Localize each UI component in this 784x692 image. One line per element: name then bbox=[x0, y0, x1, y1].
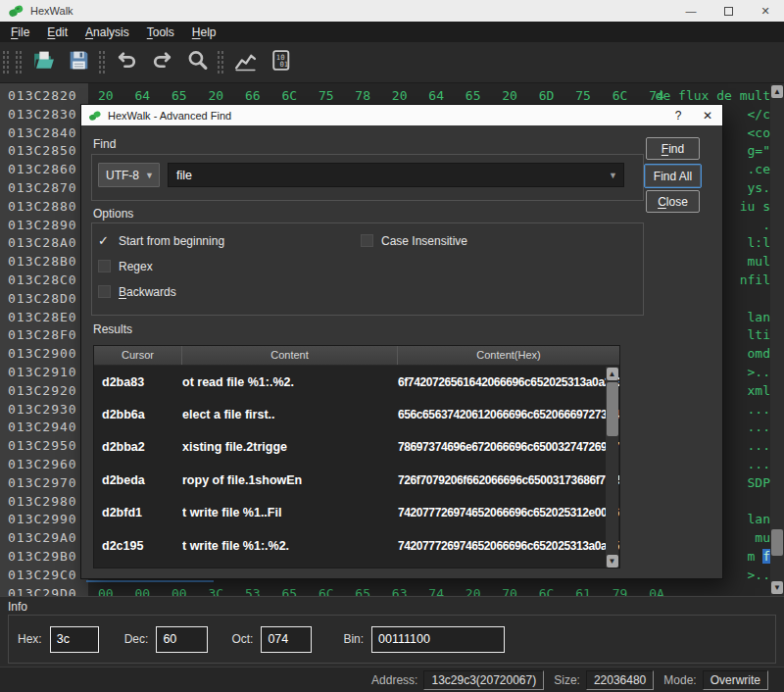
minimize-icon[interactable]: — bbox=[672, 0, 710, 22]
toolbar-grip[interactable] bbox=[98, 50, 105, 75]
hex-bytes-row: 00 00 00 3C 53 65 6C 65 63 74 20 70 6C 6… bbox=[98, 584, 664, 596]
encoding-value: UTF-8 bbox=[106, 169, 139, 182]
result-content-hex: 726f7079206f662066696c65003173686f77456e bbox=[398, 473, 619, 487]
result-row[interactable]: d2c195t write file %1:.%2.74207772697465… bbox=[94, 529, 619, 562]
checkbox-start-from-beginning[interactable]: ✓Start from beginning bbox=[98, 233, 224, 248]
dialog-titlebar[interactable]: HexWalk - Advanced Find ? ✕ bbox=[81, 105, 722, 125]
maximize-icon[interactable] bbox=[710, 0, 747, 22]
dialog-help-button[interactable]: ? bbox=[663, 105, 693, 125]
hex-address: 013C29D0 bbox=[8, 584, 77, 596]
search-button[interactable] bbox=[181, 47, 213, 78]
result-row[interactable]: d2bba2xisting file.2trigge78697374696e67… bbox=[94, 431, 619, 464]
checkbox-label: Case Insensitive bbox=[381, 234, 467, 248]
address-label: Address: bbox=[371, 673, 417, 687]
column-header-cursor[interactable]: Cursor bbox=[94, 346, 182, 365]
redo-button[interactable] bbox=[146, 47, 177, 78]
scroll-down-icon[interactable]: ▼ bbox=[771, 581, 783, 594]
open-folder-button[interactable] bbox=[27, 47, 59, 78]
info-field-label: Bin: bbox=[343, 632, 364, 646]
dialog-close-icon[interactable]: ✕ bbox=[693, 105, 722, 125]
hex-address: 013C2920 bbox=[8, 381, 77, 400]
checkbox-label: Backwards bbox=[119, 285, 176, 299]
result-content: t write file %1:.%2. bbox=[182, 539, 398, 553]
size-value: 22036480 bbox=[586, 670, 654, 690]
toolbar-grip[interactable] bbox=[217, 50, 223, 75]
info-field-input[interactable]: 00111100 bbox=[371, 626, 505, 653]
result-row[interactable]: d2ba83ot read file %1:.%2.6f742072656164… bbox=[94, 366, 619, 398]
size-label: Size: bbox=[554, 673, 580, 687]
save-button[interactable] bbox=[63, 47, 94, 78]
results-section-label: Results bbox=[93, 322, 132, 336]
scroll-down-icon[interactable]: ▼ bbox=[607, 555, 618, 568]
menu-item-file[interactable]: File bbox=[2, 24, 38, 41]
menu-item-tools[interactable]: Tools bbox=[138, 24, 183, 41]
result-cursor: d2bba2 bbox=[94, 440, 182, 454]
find-section-label: Find bbox=[93, 137, 116, 151]
result-row[interactable]: d2bb6aelect a file first..656c6563742061… bbox=[94, 398, 619, 430]
checkbox-backwards[interactable]: Backwards bbox=[98, 284, 176, 299]
hex-address: 013C2840 bbox=[8, 124, 77, 142]
info-field-hex: Hex:3c bbox=[18, 626, 99, 653]
undo-icon bbox=[115, 48, 139, 76]
open-folder-icon bbox=[31, 48, 56, 76]
menu-item-edit[interactable]: Edit bbox=[38, 24, 76, 41]
chevron-down-icon[interactable]: ▼ bbox=[609, 171, 617, 180]
hex-address: 013C2970 bbox=[8, 473, 77, 492]
result-content: ropy of file.1showEn bbox=[182, 473, 398, 487]
results-scrollbar[interactable]: ▲ ▼ bbox=[606, 367, 618, 568]
hex-address: 013C2820 bbox=[8, 86, 77, 105]
window-title: HexWalk bbox=[30, 5, 74, 17]
mode-label: Mode: bbox=[663, 673, 696, 687]
main-scrollbar-thumb[interactable] bbox=[771, 529, 783, 556]
result-cursor: d2ba83 bbox=[94, 375, 182, 389]
chevron-down-icon: ▼ bbox=[145, 171, 154, 180]
info-field-input[interactable]: 074 bbox=[261, 626, 312, 653]
mode-value: Overwrite bbox=[703, 670, 768, 690]
result-content-hex: 6f7420726561642066696c652025313a0a25322e bbox=[398, 375, 619, 389]
results-table: CursorContentContent(Hex) d2ba83ot read … bbox=[93, 345, 620, 568]
info-field-input[interactable]: 60 bbox=[156, 626, 208, 653]
hex-address: 013C2830 bbox=[8, 105, 77, 124]
chart-button[interactable] bbox=[229, 47, 261, 78]
main-scrollbar[interactable]: ▲ ▼ bbox=[770, 83, 784, 596]
info-panel: Info Hex:3cDec:60Oct:074Bin:00111100 bbox=[0, 596, 784, 667]
search-input[interactable]: file ▼ bbox=[168, 163, 624, 187]
hex-address: 013C28F0 bbox=[8, 325, 77, 344]
hex-address: 013C2990 bbox=[8, 510, 77, 528]
find-all-button[interactable]: Find All bbox=[644, 164, 702, 188]
dialog-title: HexWalk - Advanced Find bbox=[108, 110, 231, 122]
toolbar-grip[interactable] bbox=[15, 50, 22, 75]
undo-button[interactable] bbox=[111, 47, 142, 78]
checkbox-regex[interactable]: Regex bbox=[98, 259, 153, 273]
ascii-column-row: .. bbox=[588, 584, 770, 596]
checkbox-case-insensitive[interactable]: Case Insensitive bbox=[361, 233, 467, 248]
column-header-contenthex[interactable]: Content(Hex) bbox=[398, 346, 619, 365]
close-icon[interactable]: ✕ bbox=[747, 0, 784, 22]
checkbox-box bbox=[361, 234, 373, 247]
result-row[interactable]: d2bfd1t write file %1..Fil74207772697465… bbox=[94, 497, 619, 529]
info-field-input[interactable]: 3c bbox=[50, 626, 99, 653]
close-button[interactable]: Close bbox=[646, 190, 700, 213]
address-gutter: 013C2820013C2830013C2840013C2850013C2860… bbox=[0, 83, 88, 596]
hex-address: 013C28E0 bbox=[8, 308, 77, 326]
results-scrollbar-thumb[interactable] bbox=[607, 382, 618, 436]
result-row[interactable]: d2c41dto open file..746f206f70656e206669… bbox=[94, 562, 619, 568]
scroll-up-icon[interactable]: ▲ bbox=[607, 368, 618, 380]
column-header-content[interactable]: Content bbox=[182, 346, 398, 365]
info-field-label: Hex: bbox=[18, 632, 42, 646]
menu-item-help[interactable]: Help bbox=[183, 24, 225, 41]
hex-address: 013C2980 bbox=[8, 492, 77, 511]
encoding-select[interactable]: UTF-8 ▼ bbox=[98, 163, 160, 187]
find-button[interactable]: Find bbox=[646, 137, 700, 160]
ascii-column-row: de flux de mult bbox=[588, 86, 770, 105]
hex-address: 013C2890 bbox=[8, 216, 77, 234]
checkbox-label: Start from beginning bbox=[119, 234, 224, 248]
menu-item-analysis[interactable]: Analysis bbox=[76, 24, 138, 41]
binary-analysis-button[interactable]: 1001 bbox=[265, 47, 296, 78]
info-field-oct: Oct:074 bbox=[231, 626, 312, 653]
result-row[interactable]: d2bedaropy of file.1showEn726f7079206f66… bbox=[94, 464, 619, 496]
hexwalk-logo-icon bbox=[88, 110, 102, 122]
binary-analysis-icon: 1001 bbox=[269, 48, 293, 76]
scroll-up-icon[interactable]: ▲ bbox=[771, 85, 783, 98]
toolbar-grip[interactable] bbox=[2, 50, 9, 75]
